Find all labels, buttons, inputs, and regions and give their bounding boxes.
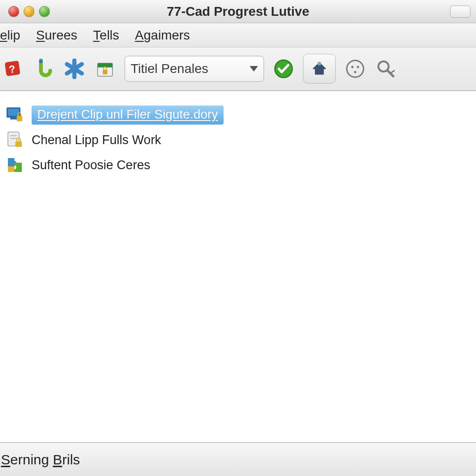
puzzle-icon <box>6 156 24 174</box>
menu-tells[interactable]: Tells <box>93 28 119 43</box>
category-dropdown[interactable]: Titiel Penales <box>125 56 264 82</box>
menu-elip[interactable]: elip <box>0 28 20 43</box>
titlebar: 77-Cad Progrest Lutive <box>0 0 476 23</box>
svg-point-14 <box>357 66 359 68</box>
svg-point-13 <box>351 66 354 68</box>
svg-rect-8 <box>103 70 107 74</box>
list-item-label: Drejent Clip unl Filer Sigute.dory <box>32 106 224 125</box>
calendar-lock-icon[interactable] <box>94 58 116 80</box>
svg-point-11 <box>317 62 321 66</box>
help-icon[interactable]: ? <box>2 58 24 80</box>
list-item-label: Suftent Poosie Ceres <box>32 158 150 172</box>
hook-icon[interactable] <box>33 58 55 80</box>
svg-rect-19 <box>8 109 19 116</box>
close-window-button[interactable] <box>8 6 19 17</box>
asterisk-icon[interactable] <box>63 58 86 80</box>
window-controls <box>6 6 50 17</box>
svg-rect-21 <box>17 116 22 121</box>
home-icon <box>310 60 329 78</box>
list-item[interactable]: Suftent Poosie Ceres <box>0 152 476 178</box>
svg-rect-25 <box>15 141 22 147</box>
minimize-window-button[interactable] <box>24 6 34 17</box>
menu-surees[interactable]: Surees <box>36 28 78 43</box>
svg-rect-20 <box>10 118 17 119</box>
monitor-lock-icon <box>6 106 24 124</box>
dropdown-value: Titiel Penales <box>131 61 208 76</box>
svg-point-15 <box>354 71 357 73</box>
window-title: 77-Cad Progrest Lutive <box>0 4 476 19</box>
titlebar-right-button[interactable] <box>450 6 470 18</box>
content-list: Drejent Clip unl Filer Sigute.dory Chena… <box>0 91 476 443</box>
list-item[interactable]: Drejent Clip unl Filer Sigute.dory <box>0 102 476 127</box>
doc-lock-icon <box>6 131 24 149</box>
statusbar: Serning Brils <box>0 443 476 476</box>
face-icon[interactable] <box>344 58 366 80</box>
list-item[interactable]: Chenal Lipp Fulls Work <box>0 127 476 152</box>
toolbar: ? Titiel Penales <box>0 47 476 91</box>
svg-point-12 <box>347 60 364 77</box>
menubar: elip Surees Tells Agaimers <box>0 23 476 47</box>
status-text: Serning Brils <box>1 452 80 468</box>
menu-agaimers[interactable]: Agaimers <box>135 28 190 43</box>
chevron-down-icon <box>250 66 258 72</box>
checkmark-icon[interactable] <box>272 58 295 80</box>
zoom-window-button[interactable] <box>39 6 50 17</box>
list-item-label: Chenal Lipp Fulls Work <box>32 133 161 147</box>
search-icon[interactable] <box>375 58 397 80</box>
home-button[interactable] <box>303 54 336 84</box>
svg-point-2 <box>39 60 43 63</box>
